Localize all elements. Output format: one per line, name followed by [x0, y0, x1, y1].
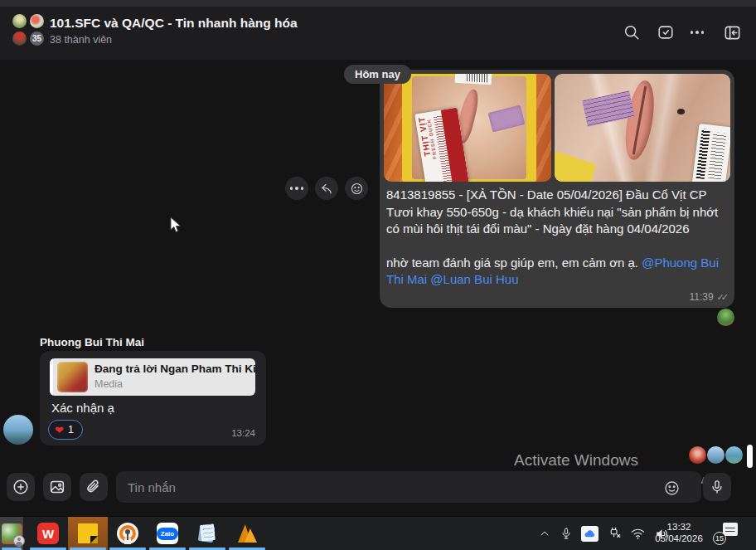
message-time: 11:39 [689, 291, 713, 303]
message-main-text: 8413819855 - [XẢ TỒN - Date 05/04/2026] … [386, 187, 726, 238]
search-icon[interactable] [621, 22, 642, 43]
seen-avatar-2[interactable] [707, 446, 724, 464]
incoming-message-text: Xác nhận ạ [51, 401, 114, 415]
more-options-icon[interactable] [686, 22, 708, 43]
mention-luan[interactable]: @Luan Bui Huu [430, 272, 518, 286]
sticky-notes-icon [78, 523, 98, 543]
wps-office-icon: W [37, 523, 59, 544]
reply-quote-title: Đang trả lời Ngan Pham Thi Kim [94, 363, 255, 375]
tray-cloud-icon[interactable] [581, 526, 598, 542]
message-meta: 11:39✓✓ [689, 291, 725, 303]
add-reaction-icon[interactable] [345, 177, 368, 200]
outgoing-message-bubble[interactable]: THỊT VỊT FRESH DUCK 8413819855 - [XẢ TỒN… [380, 70, 734, 308]
heart-reaction-icon: ❤ [55, 425, 64, 436]
taskbar-app-openvpn[interactable] [108, 517, 148, 550]
message-more-icon[interactable] [285, 177, 308, 200]
notepad-icon [197, 523, 217, 543]
toggle-sidebar-icon[interactable] [721, 22, 743, 43]
taskbar-app-wps[interactable]: W [28, 517, 68, 550]
group-member-count: 38 thành viên [50, 34, 112, 46]
message-request-line: nhờ team đánh giá sp giúp em, em cảm ơn … [386, 255, 726, 289]
message-input[interactable] [116, 471, 701, 503]
reply-quote[interactable]: Đang trả lời Ngan Pham Thi Kim Media [50, 358, 255, 396]
group-avatar[interactable]: 35 [11, 12, 47, 49]
reply-quote-thumbnail [57, 362, 88, 392]
tray-expand-icon[interactable] [538, 527, 551, 540]
tray-date: 05/04/2026 [653, 533, 705, 544]
chat-header: 35 101.SFC và QA/QC - Tin nhanh hàng hóa… [0, 7, 756, 60]
taskbar-app-sticky-notes[interactable] [68, 517, 108, 550]
orange-app-icon [236, 523, 258, 544]
tray-time: 13:32 [653, 521, 705, 533]
notification-count-badge: 15 [713, 532, 726, 545]
message-hover-actions [285, 177, 368, 200]
mouse-cursor [170, 217, 183, 238]
messaging-app-icon [2, 523, 22, 544]
taskbar-app-notepad[interactable] [187, 517, 227, 550]
scrollbar-thumb[interactable] [747, 445, 753, 468]
app-window: 35 101.SFC và QA/QC - Tin nhanh hàng hóa… [0, 0, 756, 550]
window-top-strip [0, 0, 756, 7]
taskbar-app-orange[interactable] [227, 517, 267, 550]
windows-taskbar: W Zalo [0, 516, 756, 550]
product-photo-2[interactable] [555, 74, 730, 182]
tray-power-plug-icon[interactable] [607, 526, 622, 541]
outgoing-message-text: 8413819855 - [XẢ TỒN - Date 05/04/2026] … [386, 187, 726, 289]
zalo-icon: Zalo [157, 523, 178, 544]
tray-microphone-icon[interactable] [560, 527, 573, 540]
group-avatar-member-1 [11, 12, 28, 30]
seen-by-avatars [688, 446, 743, 464]
photo2-barcode-label [692, 124, 730, 182]
photo1-top-sticker [455, 74, 492, 85]
voice-message-button[interactable] [703, 473, 731, 501]
seen-by-avatar[interactable] [717, 309, 734, 326]
group-avatar-more-count: 35 [28, 30, 46, 47]
sender-avatar[interactable] [3, 415, 33, 445]
attach-file-button[interactable] [80, 473, 108, 501]
product-photo-1[interactable]: THỊT VỊT FRESH DUCK [384, 74, 551, 182]
group-title: 101.SFC và QA/QC - Tin nhanh hàng hóa [50, 16, 298, 31]
seen-avatar-3[interactable] [725, 446, 743, 464]
reply-icon[interactable] [315, 177, 338, 200]
reaction-count: 1 [68, 424, 74, 436]
send-image-button[interactable] [43, 473, 71, 501]
task-board-icon[interactable] [655, 22, 676, 43]
taskbar-app-zalo[interactable]: Zalo [148, 517, 187, 550]
taskbar-app-messaging[interactable] [0, 517, 23, 550]
seen-avatar-1[interactable] [689, 446, 706, 464]
activate-windows-watermark: Activate Windows [514, 451, 638, 470]
incoming-message-time: 13:24 [231, 428, 255, 438]
reaction-pill[interactable]: ❤ 1 [48, 420, 83, 440]
incoming-message-bubble[interactable]: Đang trả lời Ngan Pham Thi Kim Media Xác… [40, 351, 266, 445]
group-avatar-member-2 [28, 12, 46, 30]
emoji-picker-icon[interactable] [662, 478, 681, 498]
openvpn-icon [117, 523, 138, 544]
tray-wifi-icon[interactable] [630, 526, 646, 542]
more-attachments-button[interactable] [7, 473, 35, 501]
date-divider: Hôm nay [344, 65, 411, 84]
sender-name: Phuong Bui Thi Mai [40, 336, 144, 348]
group-avatar-member-3 [11, 30, 28, 47]
read-receipt-icon: ✓✓ [717, 292, 725, 302]
reply-quote-subtitle: Media [94, 378, 123, 390]
tray-clock[interactable]: 13:32 05/04/2026 [653, 521, 705, 544]
notification-center-icon[interactable]: 15 [713, 522, 738, 545]
